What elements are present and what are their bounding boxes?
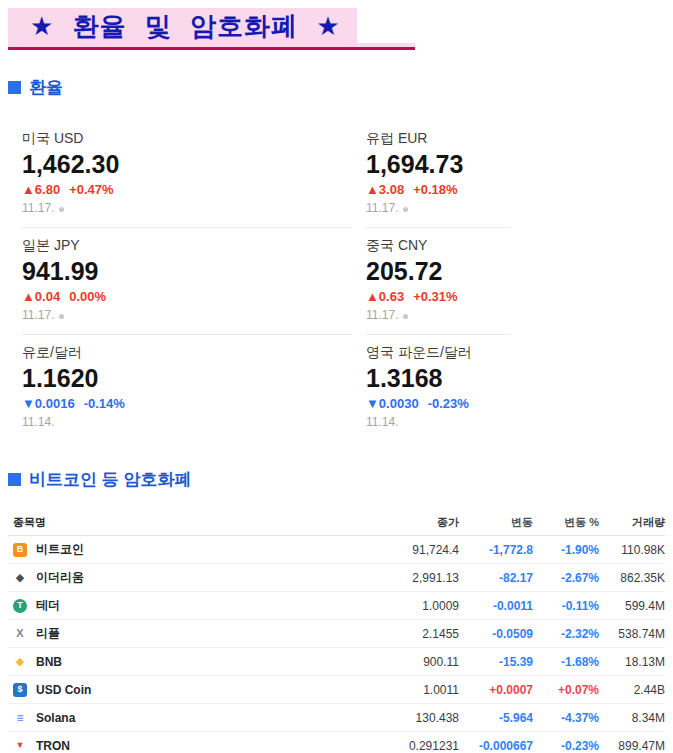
fx-date: 11.14.	[366, 415, 511, 430]
fx-pair-name: 영국 파운드/달러	[366, 344, 511, 361]
crypto-row-tron[interactable]: TRON 0.291231 -0.000667 -0.23% 899.47M	[8, 732, 665, 753]
tether-icon	[13, 599, 27, 613]
crypto-change: -15.39	[459, 655, 533, 669]
crypto-section-title: 비트코인 등 암호화폐	[8, 468, 673, 491]
solana-icon	[13, 711, 27, 725]
fx-change-diff: ▲6.80	[22, 182, 60, 197]
blue-square-icon	[8, 473, 21, 486]
fx-section-title: 환율	[8, 76, 673, 99]
market-status-dot-icon	[59, 314, 64, 319]
crypto-name: 테더	[36, 597, 60, 614]
fx-pair-name: 유럽 EUR	[366, 130, 511, 147]
fx-quote-grid: 미국 USD 1,462.30 ▲6.80+0.47% 11.17. 유럽 EU…	[22, 121, 673, 441]
crypto-name: 리플	[36, 625, 60, 642]
crypto-volume: 899.47M	[599, 739, 665, 753]
crypto-row-xrp[interactable]: 리플 2.1455 -0.0509 -2.32% 538.74M	[8, 620, 665, 648]
crypto-close: 0.291231	[349, 739, 459, 753]
market-status-dot-icon	[403, 314, 408, 319]
fx-price: 941.99	[22, 256, 352, 286]
ethereum-icon	[13, 571, 27, 585]
crypto-volume: 8.34M	[599, 711, 665, 725]
fx-quote-gbpusd[interactable]: 영국 파운드/달러 1.3168 ▼0.0030-0.23% 11.14.	[366, 334, 511, 441]
header-volume: 거래량	[599, 515, 665, 530]
header-change-pct: 변동 %	[533, 515, 599, 530]
fx-date: 11.17.	[22, 308, 352, 323]
crypto-close: 900.11	[349, 655, 459, 669]
fx-quote-eurusd[interactable]: 유로/달러 1.1620 ▼0.0016-0.14% 11.14.	[22, 334, 352, 441]
bitcoin-icon	[13, 543, 27, 557]
crypto-close: 2,991.13	[349, 571, 459, 585]
crypto-row-usdcoin[interactable]: USD Coin 1.0011 +0.0007 +0.07% 2.44B	[8, 676, 665, 704]
header-name: 종목명	[8, 515, 349, 530]
crypto-change: -82.17	[459, 571, 533, 585]
fx-change: ▲6.80+0.47%	[22, 181, 352, 198]
fx-change-pct: +0.31%	[413, 289, 457, 304]
fx-date: 11.17.	[366, 201, 511, 216]
crypto-name: USD Coin	[36, 683, 91, 697]
fx-change: ▼0.0030-0.23%	[366, 395, 511, 412]
crypto-change: -1,772.8	[459, 543, 533, 557]
fx-change: ▲0.63+0.31%	[366, 288, 511, 305]
crypto-row-bitcoin[interactable]: 비트코인 91,724.4 -1,772.8 -1.90% 110.98K	[8, 536, 665, 564]
fx-quote-eur[interactable]: 유럽 EUR 1,694.73 ▲3.08+0.18% 11.17.	[366, 121, 511, 227]
fx-price: 1.1620	[22, 363, 352, 393]
header-close: 종가	[349, 515, 459, 530]
fx-date: 11.14.	[22, 415, 352, 430]
crypto-volume: 599.4M	[599, 599, 665, 613]
crypto-row-bnb[interactable]: BNB 900.11 -15.39 -1.68% 18.13M	[8, 648, 665, 676]
crypto-close: 1.0009	[349, 599, 459, 613]
crypto-change: +0.0007	[459, 683, 533, 697]
fx-change-pct: +0.18%	[413, 182, 457, 197]
crypto-change-pct: -1.90%	[533, 543, 599, 557]
fx-change-pct: 0.00%	[69, 289, 106, 304]
crypto-change: -0.000667	[459, 739, 533, 753]
fx-quote-cny[interactable]: 중국 CNY 205.72 ▲0.63+0.31% 11.17.	[366, 227, 511, 334]
fx-change-pct: -0.23%	[428, 396, 469, 411]
fx-pair-name: 중국 CNY	[366, 237, 511, 254]
market-status-dot-icon	[403, 207, 408, 212]
crypto-change-pct: -1.68%	[533, 655, 599, 669]
fx-quote-usd[interactable]: 미국 USD 1,462.30 ▲6.80+0.47% 11.17.	[22, 121, 352, 227]
crypto-row-ethereum[interactable]: 이더리움 2,991.13 -82.17 -2.67% 862.35K	[8, 564, 665, 592]
fx-price: 1.3168	[366, 363, 511, 393]
fx-change-diff: ▲0.04	[22, 289, 60, 304]
crypto-change-pct: -2.32%	[533, 627, 599, 641]
crypto-close: 2.1455	[349, 627, 459, 641]
crypto-volume: 538.74M	[599, 627, 665, 641]
page-title: ★ 환율 및 암호화폐 ★	[8, 8, 357, 43]
crypto-table: 종목명 종가 변동 변동 % 거래량 비트코인 91,724.4 -1,772.…	[8, 509, 665, 753]
fx-change: ▲0.040.00%	[22, 288, 352, 305]
fx-quote-jpy[interactable]: 일본 JPY 941.99 ▲0.040.00% 11.17.	[22, 227, 352, 334]
title-underline	[8, 43, 415, 50]
fx-date: 11.17.	[22, 201, 352, 216]
fx-price: 205.72	[366, 256, 511, 286]
crypto-change-pct: +0.07%	[533, 683, 599, 697]
crypto-section-label: 비트코인 등 암호화폐	[29, 468, 191, 491]
crypto-volume: 110.98K	[599, 543, 665, 557]
crypto-table-header: 종목명 종가 변동 변동 % 거래량	[8, 509, 665, 536]
tron-icon	[13, 739, 27, 753]
crypto-name: 비트코인	[36, 541, 84, 558]
crypto-change-pct: -2.67%	[533, 571, 599, 585]
fx-pair-name: 미국 USD	[22, 130, 352, 147]
crypto-close: 1.0011	[349, 683, 459, 697]
crypto-change-pct: -0.11%	[533, 599, 599, 613]
fx-section-label: 환율	[29, 76, 63, 99]
usdc-icon	[13, 683, 27, 697]
fx-pair-name: 일본 JPY	[22, 237, 352, 254]
fx-change-pct: -0.14%	[84, 396, 125, 411]
fx-change: ▲3.08+0.18%	[366, 181, 511, 198]
fx-price: 1,462.30	[22, 149, 352, 179]
crypto-change: -0.0011	[459, 599, 533, 613]
blue-square-icon	[8, 81, 21, 94]
header-change: 변동	[459, 515, 533, 530]
xrp-icon	[13, 627, 27, 641]
crypto-volume: 862.35K	[599, 571, 665, 585]
crypto-row-solana[interactable]: Solana 130.438 -5.964 -4.37% 8.34M	[8, 704, 665, 732]
crypto-row-tether[interactable]: 테더 1.0009 -0.0011 -0.11% 599.4M	[8, 592, 665, 620]
crypto-volume: 18.13M	[599, 655, 665, 669]
fx-change-diff: ▼0.0030	[366, 396, 419, 411]
fx-price: 1,694.73	[366, 149, 511, 179]
crypto-name: 이더리움	[36, 569, 84, 586]
crypto-close: 91,724.4	[349, 543, 459, 557]
